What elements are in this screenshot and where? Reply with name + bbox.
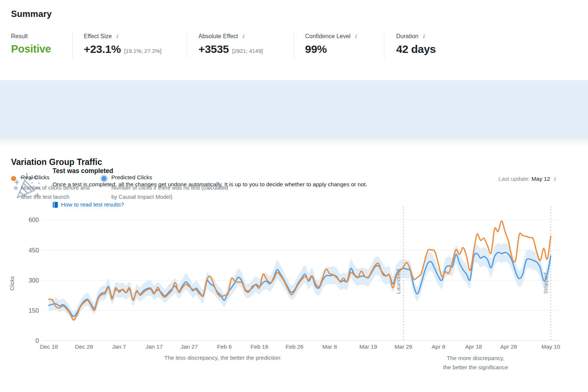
x-tick-apr-28: Apr 28 [500, 344, 517, 350]
metric-duration: Duration 42 days [396, 33, 436, 55]
x-tick-apr-18: Apr 18 [465, 344, 482, 350]
x-tick-jan-27: Jan 27 [181, 344, 198, 350]
divider [72, 32, 73, 59]
legend-real-clicks[interactable]: Real Clicks Number of clicks before and … [11, 174, 96, 201]
x-tick-jan-7: Jan 7 [112, 344, 126, 350]
x-tick-feb-16: Feb 16 [251, 344, 268, 350]
metric-result-value: Positive [11, 43, 51, 55]
svg-text:300: 300 [29, 277, 39, 284]
annotation-stopped: Stopped [542, 273, 549, 294]
chart-caption-post-line1: The more discrepancy, [404, 353, 548, 363]
metric-absolute-effect: Absolute Effect +3535[2921; 4149] [198, 33, 263, 55]
test-results-page: Summary Result Positive Effect Size +23.… [0, 0, 588, 392]
section-gap [0, 137, 588, 146]
metric-result: Result Positive [11, 33, 51, 55]
legend-real-desc: Number of clicks before and after the te… [21, 183, 96, 201]
divider [187, 32, 187, 59]
info-icon[interactable] [353, 33, 358, 39]
predicted-clicks-dot-icon [101, 176, 107, 181]
metric-absolute-effect-value: +3535 [198, 43, 229, 55]
metric-absolute-effect-label: Absolute Effect [198, 33, 238, 40]
info-icon[interactable] [421, 33, 426, 39]
last-update-label: Last update: [499, 176, 530, 182]
info-icon[interactable] [114, 33, 119, 39]
metric-effect-size-value: +23.1% [84, 43, 121, 55]
chart-caption-post: The more discrepancy, the better the sig… [404, 353, 548, 372]
y-axis-label: Clicks [9, 276, 15, 291]
metric-duration-value: 42 days [396, 43, 436, 55]
info-icon[interactable] [240, 33, 245, 39]
legend-predicted-label: Predicted Clicks [111, 174, 229, 181]
divider [294, 32, 294, 59]
x-tick-feb-6: Feb 6 [217, 344, 232, 350]
test-completed-banner: Test was completed Once a test is comple… [0, 80, 588, 137]
metric-confidence-label: Confidence Level [305, 33, 351, 40]
x-tick-apr-8: Apr 8 [432, 344, 445, 350]
metric-effect-size-range: [19.1%; 27.2%] [124, 48, 162, 54]
x-tick-dec-18: Dec 18 [40, 344, 58, 350]
x-tick-jan-17: Jan 17 [146, 344, 163, 350]
metric-duration-label: Duration [396, 33, 418, 40]
metric-effect-size: Effect Size +23.1%[19.1%; 27.2%] [84, 33, 162, 55]
legend-predicted-clicks[interactable]: Predicted Clicks Number of clicks if the… [101, 174, 229, 201]
x-tick-may-10: May 10 [541, 344, 560, 350]
svg-text:0: 0 [36, 337, 39, 344]
x-tick-feb-26: Feb 26 [286, 344, 303, 350]
legend-predicted-desc: Number of clicks if there was no test (c… [111, 183, 229, 201]
metric-result-label: Result [11, 33, 28, 40]
legend-real-label: Real Clicks [21, 174, 96, 181]
info-icon[interactable] [552, 176, 557, 182]
x-tick-dec-28: Dec 28 [75, 344, 93, 350]
traffic-section-title: Variation Group Traffic [11, 157, 102, 167]
traffic-chart-svg: 0150300450600ClicksLaunchedStoppedDec 18… [0, 201, 588, 354]
chart-caption-post-line2: the better the significance [404, 363, 548, 372]
x-tick-mar-8: Mar 8 [322, 344, 337, 350]
svg-text:450: 450 [29, 247, 39, 254]
divider [384, 32, 384, 59]
svg-text:150: 150 [29, 307, 39, 314]
svg-text:600: 600 [29, 216, 39, 223]
last-update-value: May 12 [531, 176, 550, 182]
x-tick-mar-19: Mar 19 [359, 344, 377, 350]
metric-confidence-value: 99% [305, 43, 327, 55]
metric-effect-size-label: Effect Size [84, 33, 112, 40]
chart-caption-pre: The less discrepancy, the better the pre… [110, 355, 334, 361]
metric-absolute-effect-range: [2921; 4149] [232, 48, 263, 54]
real-clicks-dot-icon [11, 176, 16, 181]
metric-confidence: Confidence Level 99% [305, 33, 358, 55]
last-update: Last update: May 12 [456, 176, 557, 182]
traffic-chart: 0150300450600ClicksLaunchedStoppedDec 18… [0, 201, 588, 354]
summary-section-title: Summary [11, 9, 52, 19]
banner-title: Test was completed [53, 167, 113, 175]
x-tick-mar-29: Mar 29 [394, 344, 412, 350]
